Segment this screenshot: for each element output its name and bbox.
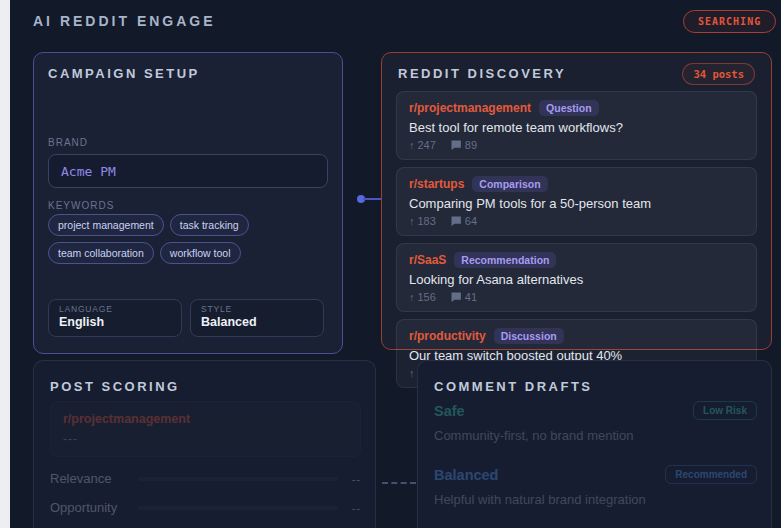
subreddit-name[interactable]: r/productivity (409, 329, 486, 343)
pending-placeholder: --- (63, 432, 348, 446)
comment-count: 41 (465, 291, 477, 303)
language-select[interactable]: LANGUAGE English (48, 299, 182, 337)
posts-count-badge: 34 posts (682, 63, 755, 85)
metric-value: -- (352, 473, 361, 485)
post-card[interactable]: r/projectmanagement Question Best tool f… (396, 91, 757, 160)
post-scoring-title: POST SCORING (50, 379, 180, 394)
app-title: AI REDDIT ENGAGE (33, 13, 216, 29)
keywords-list: project management task tracking team co… (48, 214, 332, 264)
pending-subreddit: r/projectmanagement (63, 412, 348, 426)
post-title: Looking for Asana alternatives (409, 272, 744, 287)
style-label: STYLE (201, 304, 313, 314)
keywords-label: KEYWORDS (48, 200, 114, 211)
draft-option-balanced[interactable]: Balanced Recommended Helpful with natura… (434, 465, 757, 507)
draft-description: Community-first, no brand mention (434, 428, 757, 443)
draft-label: Safe (434, 403, 465, 419)
app-window: AI REDDIT ENGAGE SEARCHING CAMPAIGN SETU… (10, 0, 781, 528)
campaign-setup-panel: CAMPAIGN SETUP BRAND KEYWORDS project ma… (33, 52, 343, 354)
comment-drafts-title: COMMENT DRAFTS (434, 379, 593, 394)
post-scoring-content: r/projectmanagement --- Relevance -- Opp… (50, 401, 361, 528)
upvote-count: 183 (418, 215, 436, 227)
draft-option-safe[interactable]: Safe Low Risk Community-first, no brand … (434, 401, 757, 443)
metric-label: Relevance (50, 471, 138, 486)
comment-drafts-content: Safe Low Risk Community-first, no brand … (434, 401, 757, 528)
draft-description: Helpful with natural brand integration (434, 492, 757, 507)
brand-input[interactable] (48, 154, 328, 188)
reddit-discovery-title: REDDIT DISCOVERY (398, 66, 566, 81)
comments-icon (450, 215, 462, 227)
keyword-tag[interactable]: workflow tool (160, 242, 241, 264)
subreddit-name[interactable]: r/SaaS (409, 253, 446, 267)
language-label: LANGUAGE (59, 304, 171, 314)
brand-label: BRAND (48, 137, 88, 148)
subreddit-name[interactable]: r/startups (409, 177, 464, 191)
upvote-icon: ↑ (409, 291, 415, 303)
style-value: Balanced (201, 315, 313, 329)
comments-icon (450, 291, 462, 303)
keyword-tag[interactable]: team collaboration (48, 242, 154, 264)
dashed-connector (382, 482, 416, 484)
upvote-icon: ↑ (409, 215, 415, 227)
language-value: English (59, 315, 171, 329)
keyword-tag[interactable]: project management (48, 214, 164, 236)
draft-risk-badge: Recommended (665, 465, 757, 484)
metric-bar (138, 506, 338, 510)
upvote-icon: ↑ (409, 139, 415, 151)
comment-drafts-panel: COMMENT DRAFTS Safe Low Risk Community-f… (417, 360, 772, 528)
pending-post-box: r/projectmanagement --- (50, 401, 361, 457)
post-title: Best tool for remote team workflows? (409, 120, 744, 135)
reddit-discovery-panel: REDDIT DISCOVERY 34 posts r/projectmanag… (381, 52, 772, 350)
comment-count: 89 (465, 139, 477, 151)
comment-count: 64 (465, 215, 477, 227)
post-type-tag: Recommendation (454, 252, 556, 268)
subreddit-name[interactable]: r/projectmanagement (409, 101, 531, 115)
upvote-count: 156 (418, 291, 436, 303)
status-badge: SEARCHING (683, 10, 776, 33)
post-type-tag: Discussion (494, 328, 564, 344)
comments-icon (450, 139, 462, 151)
style-select[interactable]: STYLE Balanced (190, 299, 324, 337)
post-scoring-panel: POST SCORING r/projectmanagement --- Rel… (33, 360, 376, 528)
post-type-tag: Comparison (472, 176, 547, 192)
metric-value: -- (352, 502, 361, 514)
metric-label: Opportunity (50, 500, 138, 515)
metric-row: Relevance -- (50, 471, 361, 486)
draft-risk-badge: Low Risk (693, 401, 757, 420)
upvote-count: 247 (418, 139, 436, 151)
metric-row: Opportunity -- (50, 500, 361, 515)
post-title: Comparing PM tools for a 50-person team (409, 196, 744, 211)
upvote-icon: ↑ (409, 367, 415, 379)
keyword-tag[interactable]: task tracking (170, 214, 249, 236)
post-card[interactable]: r/startups Comparison Comparing PM tools… (396, 167, 757, 236)
post-card[interactable]: r/SaaS Recommendation Looking for Asana … (396, 243, 757, 312)
campaign-setup-title: CAMPAIGN SETUP (48, 66, 200, 81)
draft-label: Balanced (434, 467, 498, 483)
metric-bar (138, 477, 338, 481)
post-type-tag: Question (539, 100, 599, 116)
posts-list: r/projectmanagement Question Best tool f… (396, 91, 757, 388)
